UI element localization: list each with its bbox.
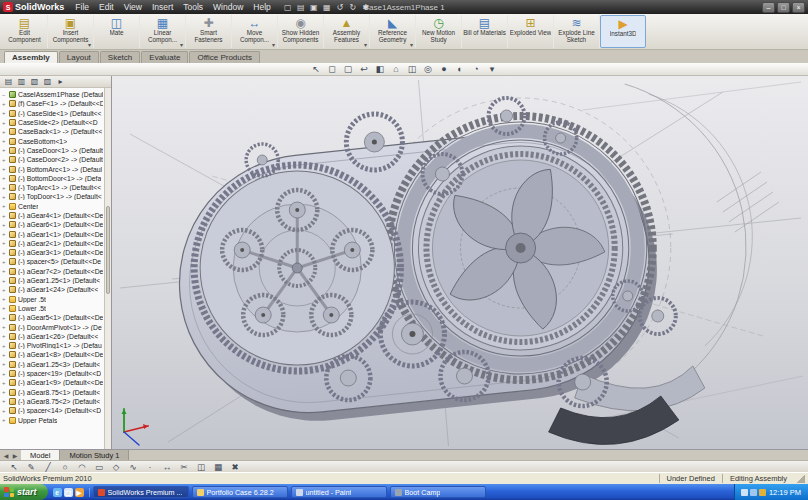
options-icon[interactable]: ✱ (360, 3, 372, 12)
expand-icon[interactable]: + (2, 315, 7, 321)
tree-root-item[interactable]: − CaseIAssem1Phase (Defaul (2, 90, 103, 99)
command-tab[interactable]: Sketch (100, 51, 140, 63)
tree-item[interactable]: + (-) aGear3<1> (Default<<De (2, 248, 103, 257)
taskbar-task[interactable]: untitled - Paint (291, 486, 387, 498)
ribbon-button[interactable]: ⊞ Exploded View ▾ (508, 15, 554, 48)
expand-icon[interactable]: + (2, 194, 7, 200)
model-tab[interactable]: Model (21, 450, 60, 460)
ribbon-button[interactable]: ◉ Show Hidden Components ▾ (278, 15, 324, 48)
command-tab[interactable]: Assembly (4, 51, 58, 63)
tree-item[interactable]: + (-) aGear7<2> (Default<<De (2, 267, 103, 276)
hide-show-items-icon[interactable]: ◎ (422, 64, 435, 74)
tree-item[interactable]: + Upper Petals (2, 415, 103, 424)
expand-icon[interactable]: + (2, 333, 7, 339)
command-tab[interactable]: Evaluate (141, 51, 188, 63)
configuration-manager-icon[interactable]: ▧ (29, 77, 40, 86)
expand-icon[interactable]: + (2, 203, 7, 209)
expand-icon[interactable]: + (2, 157, 7, 163)
zoom-area-icon[interactable]: ▢ (342, 64, 355, 74)
tree-item[interactable]: + (-) CaseDoor<2> -> (Default (2, 155, 103, 164)
ribbon-button[interactable]: ▶ Instant3D ▾ (600, 15, 646, 48)
expand-icon[interactable]: + (2, 380, 7, 386)
expand-icon[interactable]: + (2, 268, 7, 274)
taskbar-task[interactable]: Portfolio Case 6.28.2 (192, 486, 288, 498)
expand-icon[interactable]: + (2, 408, 7, 414)
volume-icon[interactable] (741, 489, 748, 496)
tree-item[interactable]: + CaseBack<1> -> (Default<< (2, 127, 103, 136)
tree-item[interactable]: + (-) CaseDoor<1> -> (Default (2, 146, 103, 155)
tree-item[interactable]: + (-) aGear1<1> (Default<<De (2, 229, 103, 238)
taskbar-task[interactable]: Boot Camp (390, 486, 486, 498)
select-icon[interactable]: ↖ (310, 64, 323, 74)
ribbon-button[interactable]: ◷ New Motion Study ▾ (416, 15, 462, 48)
viewbar-dropdown-icon[interactable]: ▾ (486, 64, 499, 74)
expand-icon[interactable]: + (2, 259, 7, 265)
taskbar-task[interactable]: SolidWorks Premium ... (93, 486, 189, 498)
expand-icon[interactable]: + (2, 389, 7, 395)
menu-item[interactable]: Window (208, 2, 248, 12)
tree-scrollbar[interactable] (104, 88, 111, 449)
tree-item[interactable]: + Upper .5t (2, 295, 103, 304)
new-document-icon[interactable]: ▢ (282, 3, 294, 12)
tree-item[interactable]: + (-) TopDoor<1> -> (Default< (2, 192, 103, 201)
show-desktop-icon[interactable]: ▢ (64, 488, 73, 497)
expand-icon[interactable]: + (2, 110, 7, 116)
expand-icon[interactable]: + (2, 185, 7, 191)
tree-item[interactable]: + (-) PivotRing1<1> -> (Defau (2, 341, 103, 350)
zoom-fit-icon[interactable]: ◻ (326, 64, 339, 74)
tab-scroll-right-icon[interactable]: ▶ (11, 452, 19, 459)
tree-item[interactable]: + (-) CaseSide<1> (Default<< (2, 109, 103, 118)
tree-item[interactable]: + (-) spacer<19> (Default<<D (2, 369, 103, 378)
rectangle-tool-icon[interactable]: ▭ (93, 462, 105, 472)
ribbon-button[interactable]: ≋ Explode Line Sketch ▾ (554, 15, 600, 48)
expand-icon[interactable]: + (2, 343, 7, 349)
expand-icon[interactable]: + (2, 240, 7, 246)
tree-item[interactable]: + (-) aGear8.75<1> (Default< (2, 388, 103, 397)
expand-icon[interactable]: + (2, 166, 7, 172)
menu-item[interactable]: Help (248, 2, 275, 12)
tree-item[interactable]: + (-) spacer<14> (Default<<D (2, 406, 103, 415)
spline-tool-icon[interactable]: ∿ (127, 462, 139, 472)
ribbon-button[interactable]: ▲ Assembly Features ▾ (324, 15, 370, 48)
point-tool-icon[interactable]: · (144, 462, 156, 472)
expand-icon[interactable]: + (2, 278, 7, 284)
tree-item[interactable]: + (-) aGear1<8> (Default<<De (2, 350, 103, 359)
ribbon-button[interactable]: ✚ Smart Fasteners ▾ (186, 15, 232, 48)
tree-scrollbar-thumb[interactable] (106, 206, 110, 294)
tree-item[interactable]: + (f) CaseF<1> -> (Default<<D (2, 99, 103, 108)
tree-item[interactable]: + (-) aGear6<1> (Default<<De (2, 220, 103, 229)
sketch-icon[interactable]: ✎ (25, 462, 37, 472)
expand-icon[interactable]: + (2, 287, 7, 293)
view-orientation-icon[interactable]: ⌂ (390, 64, 403, 74)
tab-scroll-left-icon[interactable]: ◀ (2, 452, 10, 459)
mirror-tool-icon[interactable]: ◫ (195, 462, 207, 472)
expand-icon[interactable]: + (2, 101, 7, 107)
tree-item[interactable]: + (-) aGear1.25<3> (Default< (2, 360, 103, 369)
tree-item[interactable]: + (-) aGear5<1> (Default<<De (2, 313, 103, 322)
arc-tool-icon[interactable]: ◠ (76, 462, 88, 472)
internet-explorer-icon[interactable]: e (53, 488, 62, 497)
tree-item[interactable]: + (-) aGear1.25<1> (Default< (2, 276, 103, 285)
tree-item[interactable]: + Center (2, 202, 103, 211)
tree-item[interactable]: + (-) aGear1<26> (Default<< (2, 332, 103, 341)
expand-icon[interactable]: + (2, 120, 7, 126)
ribbon-button[interactable]: ◫ Mate ▾ (94, 15, 140, 48)
rebuild-icon[interactable]: ↻ (347, 3, 359, 12)
menu-item[interactable]: Insert (147, 2, 178, 12)
polygon-tool-icon[interactable]: ◇ (110, 462, 122, 472)
expand-icon[interactable]: + (2, 324, 7, 330)
previous-view-icon[interactable]: ↩ (358, 64, 371, 74)
featuremanager-tree-icon[interactable]: ▤ (3, 77, 14, 86)
propertymanager-icon[interactable]: ▥ (16, 77, 27, 86)
ribbon-button[interactable]: ▤ Bill of Materials ▾ (462, 15, 508, 48)
expand-icon[interactable]: − (2, 92, 7, 98)
apply-scene-icon[interactable]: ◐ (454, 64, 467, 74)
media-player-icon[interactable]: ▶ (75, 488, 84, 497)
antivirus-icon[interactable] (759, 489, 766, 496)
dimension-tool-icon[interactable]: ↔ (161, 462, 173, 472)
expand-icon[interactable]: + (2, 398, 7, 404)
close-button[interactable]: × (792, 2, 805, 13)
model-tab[interactable]: Motion Study 1 (60, 450, 129, 460)
save-icon[interactable]: ▣ (308, 3, 320, 12)
resize-grip-icon[interactable] (796, 474, 805, 483)
